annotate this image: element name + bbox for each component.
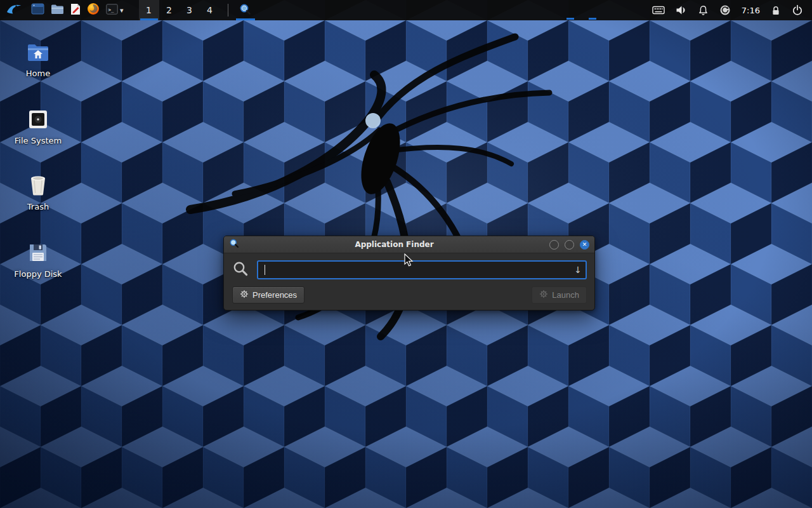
- window-buttons: ✕: [549, 240, 589, 250]
- workspace-number: 2: [166, 5, 172, 15]
- minimize-button[interactable]: [549, 240, 559, 250]
- application-finder-window: Application Finder ✕ ↓: [223, 236, 595, 311]
- terminal-icon: >_: [106, 4, 118, 17]
- panel-separator: [228, 4, 228, 17]
- workspace-button-4[interactable]: 4: [200, 0, 220, 20]
- gear-icon: [240, 290, 249, 300]
- terminal-launcher[interactable]: >_ ▾: [103, 0, 129, 20]
- volume-icon[interactable]: [676, 0, 687, 20]
- notifications-bell-icon[interactable]: [698, 0, 709, 20]
- maximize-button[interactable]: [565, 240, 574, 250]
- power-logout-icon[interactable]: [792, 0, 803, 20]
- launch-icon: [539, 290, 548, 300]
- desktop-icon-label: File System: [15, 137, 62, 145]
- dialog-body: ↓ Preferences: [224, 253, 594, 310]
- window-titlebar[interactable]: Application Finder ✕: [224, 236, 594, 253]
- panel-launchers: >_ ▾: [28, 0, 129, 20]
- top-panel: >_ ▾ 1 2 3 4: [0, 0, 812, 20]
- workspace-button-1[interactable]: 1: [139, 0, 159, 20]
- taskbar-item-application-finder[interactable]: [235, 0, 256, 20]
- window-icon: [31, 3, 44, 17]
- desktop-icon-label: Floppy Disk: [14, 270, 62, 279]
- floppy-disk-icon: [28, 240, 48, 265]
- folder-icon: [51, 4, 64, 17]
- firefox-icon: [87, 3, 100, 18]
- entry-history-arrow-icon[interactable]: ↓: [574, 265, 582, 275]
- desktop-icon-trash[interactable]: Trash: [8, 173, 69, 211]
- file-manager-launcher[interactable]: [28, 0, 48, 20]
- workspace-number: 4: [207, 5, 213, 15]
- launch-label: Launch: [552, 290, 579, 300]
- applications-menu-button[interactable]: [3, 0, 25, 20]
- keyboard-icon[interactable]: [652, 0, 665, 20]
- workspace-switcher: 1 2 3 4: [139, 0, 220, 20]
- system-tray: 7:16: [652, 0, 807, 20]
- lock-screen-icon[interactable]: [771, 0, 781, 20]
- desktop-icon-home[interactable]: Home: [8, 39, 69, 78]
- text-editor-icon: [70, 3, 81, 18]
- search-entry-wrapper: ↓: [257, 260, 587, 279]
- svg-text:>_: >_: [108, 6, 114, 12]
- desktop-icon-label: Home: [26, 69, 50, 78]
- harddrive-icon: [27, 107, 49, 132]
- search-icon: [232, 260, 249, 279]
- tray-indicator-dash: [589, 18, 596, 20]
- chevron-down-icon[interactable]: ▾: [118, 6, 126, 15]
- window-titlebar-icon: [229, 238, 239, 251]
- window-title: Application Finder: [239, 240, 549, 249]
- workspace-button-2[interactable]: 2: [159, 0, 180, 20]
- text-editor-launcher[interactable]: [67, 0, 84, 20]
- clock[interactable]: 7:16: [742, 6, 760, 15]
- preferences-label: Preferences: [252, 290, 297, 300]
- close-button[interactable]: ✕: [580, 240, 589, 250]
- close-icon: ✕: [582, 242, 587, 248]
- search-task-icon: [239, 3, 251, 18]
- files-launcher[interactable]: [48, 0, 67, 20]
- preferences-button[interactable]: Preferences: [232, 286, 304, 304]
- desktop-icon-label: Trash: [27, 203, 49, 211]
- workspace-number: 3: [187, 5, 192, 15]
- text-caret: [265, 265, 265, 275]
- launch-button[interactable]: Launch: [532, 286, 587, 304]
- home-folder-icon: [27, 39, 49, 65]
- desktop-icon-filesystem[interactable]: File System: [8, 107, 69, 145]
- tray-indicator-dash: [566, 18, 574, 20]
- trash-bin-icon: [29, 173, 48, 198]
- kali-menu-icon: [6, 2, 22, 18]
- desktop-icon-floppy[interactable]: Floppy Disk: [8, 240, 69, 279]
- search-input[interactable]: [257, 260, 587, 279]
- workspace-number: 1: [146, 5, 152, 15]
- firefox-launcher[interactable]: [84, 0, 103, 20]
- workspace-button-3[interactable]: 3: [180, 0, 200, 20]
- updates-icon[interactable]: [719, 0, 731, 20]
